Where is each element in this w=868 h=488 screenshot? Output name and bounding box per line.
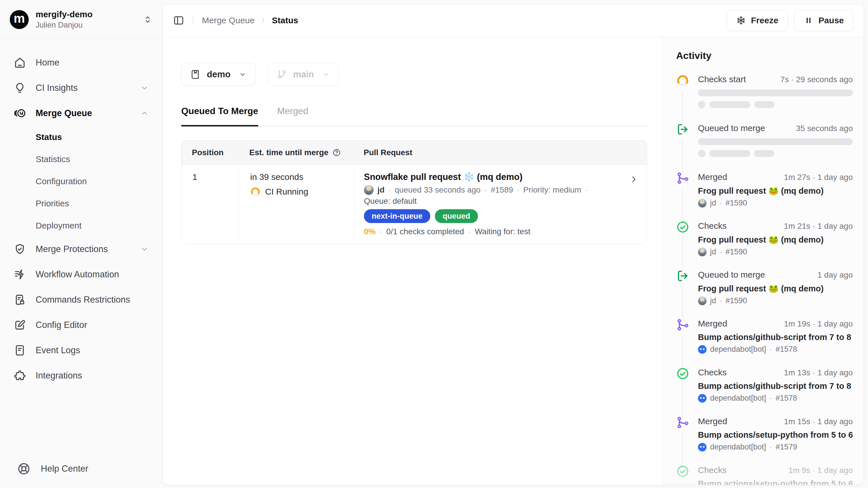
separator-dot: · — [719, 248, 722, 256]
tab-queued-to-merge[interactable]: Queued To Merge — [181, 106, 258, 126]
sidebar-item-configuration[interactable]: Configuration — [7, 170, 155, 192]
sidebar-item-commands-restrictions[interactable]: Commands Restrictions — [7, 287, 155, 312]
sidebar-item-statistics[interactable]: Statistics — [7, 148, 155, 170]
account-switcher[interactable]: m mergify-demo Julien Danjou — [0, 0, 162, 39]
activity-pr-number: #1590 — [725, 199, 747, 207]
activity-pr-author: dependabot[bot] — [710, 442, 766, 452]
activity-pr-author: jd — [710, 199, 716, 207]
merged-icon — [676, 318, 689, 332]
git-branch-icon — [277, 69, 287, 80]
sidebar-item-priorities[interactable]: Priorities — [7, 192, 155, 214]
sidebar-item-status[interactable]: Status — [7, 126, 155, 148]
pr-queued-time: queued 33 seconds ago — [395, 185, 480, 195]
help-circle-icon[interactable] — [332, 148, 341, 157]
freeze-label: Freeze — [751, 16, 778, 25]
activity-item-checks[interactable]: Checks1m 13s · 1 day agoBump actions/git… — [676, 368, 853, 417]
activity-event-time: 35 seconds ago — [796, 124, 853, 133]
help-center-label: Help Center — [41, 464, 88, 474]
activity-item-merged[interactable]: Merged1m 15s · 1 day agoBump actions/set… — [676, 417, 853, 465]
activity-item-checks[interactable]: Checks1m 21s · 1 day agoFrog pull reques… — [676, 221, 853, 270]
activity-pr-title[interactable]: Bump actions/setup-python from 5 to 6 — [698, 430, 853, 440]
avatar — [698, 248, 707, 256]
checks-icon — [676, 367, 689, 380]
freeze-button[interactable]: Freeze — [727, 10, 788, 31]
repository-selector[interactable]: demo — [181, 63, 256, 86]
skeleton-circle — [698, 101, 706, 108]
activity-pr-meta: jd·#1590 — [698, 296, 853, 305]
queue-row[interactable]: 1 in 39 seconds CI Running Snowflake pul… — [182, 165, 647, 244]
activity-event-title: Queued to merge — [698, 270, 765, 280]
activity-item-queued-to-merge[interactable]: Queued to merge1 day agoFrog pull reques… — [676, 270, 853, 319]
sidebar-item-label: Event Logs — [36, 345, 80, 355]
ci-status-label: CI Running — [265, 187, 308, 197]
activity-list: Checks start7s · 29 seconds agoQueued to… — [676, 75, 853, 485]
activity-pr-author: dependabot[bot] — [710, 345, 766, 354]
separator-dot: · — [388, 185, 391, 195]
skeleton-circle — [698, 150, 706, 157]
activity-event-title: Checks — [698, 465, 727, 475]
help-center-link[interactable]: Help Center — [17, 462, 88, 476]
skeleton-row — [698, 150, 853, 157]
activity-pr-title[interactable]: Frog pull request 🐸 (mq demo) — [698, 186, 853, 196]
activity-pr-title[interactable]: Bump actions/github-script from 7 to 8 — [698, 333, 853, 342]
sidebar-item-integrations[interactable]: Integrations — [7, 363, 155, 388]
sidebar-item-label: Commands Restrictions — [36, 294, 130, 305]
breadcrumb-parent[interactable]: Merge Queue — [202, 16, 254, 25]
activity-pr-meta: dependabot[bot]·#1578 — [698, 394, 853, 403]
activity-pr-title[interactable]: Frog pull request 🐸 (mq demo) — [698, 235, 853, 245]
activity-pr-meta: dependabot[bot]·#1579 — [698, 442, 853, 452]
checks-icon — [676, 221, 689, 234]
activity-item-checks-start[interactable]: Checks start7s · 29 seconds ago — [676, 75, 853, 123]
chevron-right-icon[interactable] — [629, 174, 639, 184]
sidebar-item-merge-queue[interactable]: Merge Queue — [7, 101, 155, 126]
activity-item-merged[interactable]: Merged1m 19s · 1 day agoBump actions/git… — [676, 319, 853, 368]
skeleton-bar — [698, 89, 853, 96]
queued-icon — [676, 269, 689, 283]
ci-status: CI Running — [250, 186, 354, 197]
activity-pr-title[interactable]: Frog pull request 🐸 (mq demo) — [698, 284, 853, 293]
skeleton-bar — [698, 138, 853, 145]
separator-dot: · — [770, 394, 772, 403]
puzzle-icon — [14, 370, 26, 382]
lightbulb-icon — [14, 82, 26, 94]
file-text-icon — [14, 344, 26, 356]
chevron-down-icon — [239, 70, 247, 79]
activity-item-checks[interactable]: Checks1m 9s · 1 day agoBump actions/setu… — [676, 465, 853, 485]
sidebar-item-workflow-automation[interactable]: Workflow Automation — [7, 262, 155, 287]
breadcrumb-current: Status — [272, 16, 298, 25]
branch-selector[interactable]: main — [268, 63, 339, 86]
activity-pr-meta: jd·#1590 — [698, 199, 853, 207]
sidebar-toggle-icon[interactable] — [173, 15, 184, 26]
activity-item-queued-to-merge[interactable]: Queued to merge35 seconds ago — [676, 123, 853, 172]
sidebar-item-merge-protections[interactable]: Merge Protections — [7, 236, 155, 262]
avatar — [698, 443, 707, 452]
activity-title: Activity — [676, 50, 853, 61]
workflow-icon — [14, 268, 26, 281]
pause-button[interactable]: Pause — [794, 10, 854, 31]
sidebar-item-label: Workflow Automation — [36, 269, 119, 280]
activity-item-merged[interactable]: Merged1m 27s · 1 day agoFrog pull reques… — [676, 172, 853, 221]
sidebar-item-config-editor[interactable]: Config Editor — [7, 312, 155, 338]
pr-title[interactable]: Snowflake pull request ❄️ (mq demo) — [364, 172, 619, 182]
activity-pr-number: #1590 — [725, 296, 747, 305]
activity-pr-author: jd — [710, 296, 716, 305]
tab-merged[interactable]: Merged — [277, 106, 308, 126]
sidebar-item-event-logs[interactable]: Event Logs — [7, 338, 155, 363]
activity-event-title: Checks — [698, 221, 727, 231]
activity-event-title: Queued to merge — [698, 123, 765, 133]
separator-dot: · — [770, 442, 772, 452]
sidebar-item-deployment[interactable]: Deployment — [7, 214, 155, 236]
chevron-down-icon — [140, 245, 149, 254]
activity-event-time: 7s · 29 seconds ago — [780, 75, 853, 84]
column-pull-request: Pull Request — [354, 148, 647, 157]
separator-dot: · — [719, 296, 722, 305]
merge-queue-status-section: demo main Queued To Merge M — [163, 37, 663, 485]
separator-dot: · — [719, 199, 722, 207]
activity-pr-title[interactable]: Bump actions/github-script from 7 to 8 — [698, 381, 853, 391]
activity-pr-author: dependabot[bot] — [710, 394, 766, 403]
sidebar-item-label: Statistics — [36, 154, 70, 164]
sidebar-item-home[interactable]: Home — [7, 50, 155, 75]
activity-pr-title[interactable]: Bump actions/setup-python from 5 to 6 — [698, 479, 853, 485]
account-org: mergify-demo — [36, 9, 92, 19]
sidebar-item-ci-insights[interactable]: CI Insights — [7, 75, 155, 101]
